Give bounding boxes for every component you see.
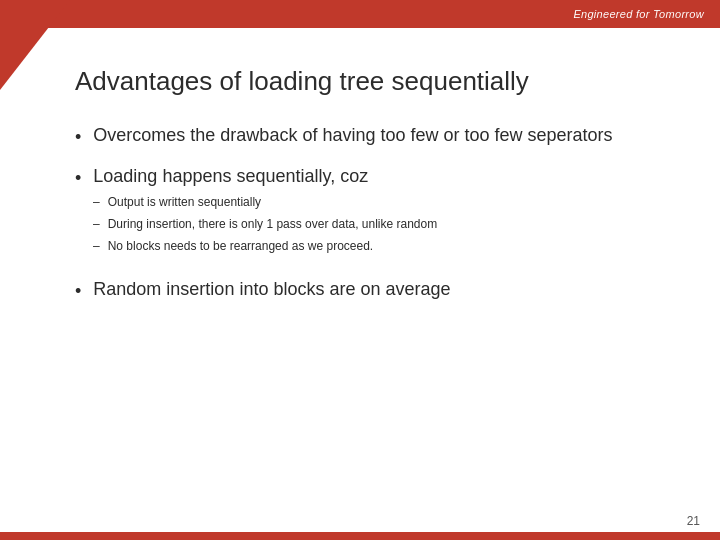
page-number: 21: [687, 514, 700, 528]
bullet-item-3: • Random insertion into blocks are on av…: [75, 279, 665, 302]
sub-text-1: Output is written sequentially: [108, 195, 261, 209]
bullet-text-3: Random insertion into blocks are on aver…: [93, 279, 450, 300]
top-bar-text: Engineered for Tomorrow: [573, 8, 704, 20]
sub-text-3: No blocks needs to be rearranged as we p…: [108, 239, 374, 253]
main-bullet-list: • Overcomes the drawback of having too f…: [75, 125, 665, 302]
sub-dash-1: –: [93, 195, 100, 209]
bullet-dot-2: •: [75, 168, 81, 189]
sub-item-3: – No blocks needs to be rearranged as we…: [93, 239, 437, 253]
sub-bullet-list: – Output is written sequentially – Durin…: [93, 195, 437, 253]
bullet-dot-1: •: [75, 127, 81, 148]
slide-title: Advantages of loading tree sequentially: [75, 66, 665, 97]
bullet-text-2: Loading happens sequentially, coz: [93, 166, 368, 187]
bullet-item-2: • Loading happens sequentially, coz – Ou…: [75, 166, 665, 261]
sub-item-1: – Output is written sequentially: [93, 195, 437, 209]
sub-text-2: During insertion, there is only 1 pass o…: [108, 217, 438, 231]
sub-item-2: – During insertion, there is only 1 pass…: [93, 217, 437, 231]
sub-dash-2: –: [93, 217, 100, 231]
top-bar: Engineered for Tomorrow: [0, 0, 720, 28]
slide-content: Advantages of loading tree sequentially …: [0, 28, 720, 540]
sub-dash-3: –: [93, 239, 100, 253]
bottom-bar: [0, 532, 720, 540]
bullet-dot-3: •: [75, 281, 81, 302]
bullet-item-1: • Overcomes the drawback of having too f…: [75, 125, 665, 148]
bullet-text-1: Overcomes the drawback of having too few…: [93, 125, 612, 146]
